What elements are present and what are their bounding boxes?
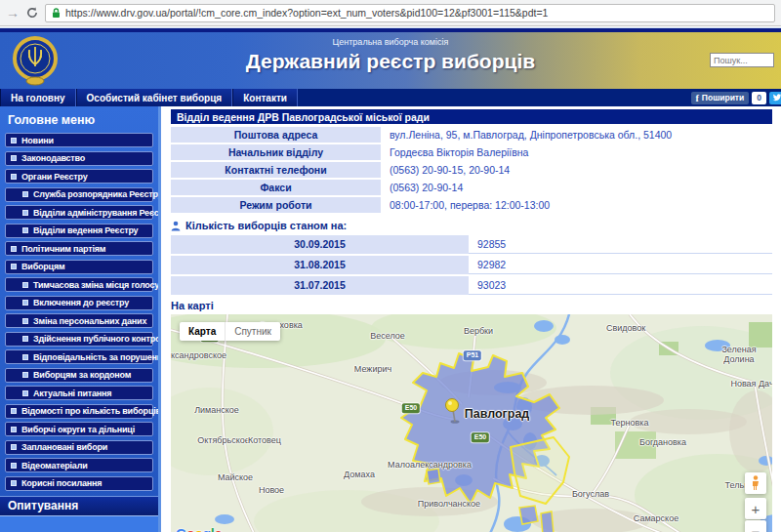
bullet-square-icon bbox=[22, 390, 28, 396]
detail-value: вул.Леніна, 95, м.Павлоград, Дніпропетро… bbox=[381, 127, 772, 143]
table-row: Начальник відділу Гордеєва Вікторія Вале… bbox=[171, 144, 772, 160]
sidebar-menu-item[interactable]: Актуальні питання bbox=[5, 386, 153, 400]
browser-toolbar: → https://www.drv.gov.ua/portal/!cm_core… bbox=[0, 0, 781, 26]
sidebar-menu: Новини Законодавство Органи Реєстру Служ… bbox=[0, 133, 158, 491]
bullet-square-icon bbox=[11, 463, 17, 469]
main-content: Відділ ведення ДРВ Павлоградської місько… bbox=[164, 106, 781, 532]
facebook-share-button[interactable]: f Поширити bbox=[691, 92, 750, 104]
poll-section-header: Опитування bbox=[0, 496, 158, 515]
table-row: 31.07.2015 93023 bbox=[171, 276, 772, 295]
zoom-in-button[interactable]: + bbox=[745, 498, 766, 519]
sidebar-menu-item[interactable]: Виборчі округи та дільниці bbox=[5, 422, 153, 436]
road-badge: Е50 bbox=[472, 432, 489, 442]
pegman-icon bbox=[751, 475, 760, 491]
detail-label: Поштова адреса bbox=[171, 127, 381, 143]
twitter-share-button[interactable] bbox=[769, 92, 781, 104]
table-row: Режим роботи 08:00-17:00, перерва: 12:00… bbox=[171, 197, 772, 213]
road-badge: Р51 bbox=[464, 350, 481, 360]
bullet-square-icon bbox=[22, 300, 28, 306]
voter-count: 92855 bbox=[469, 235, 772, 254]
detail-label: Факси bbox=[171, 180, 381, 195]
nav-contacts-button[interactable]: Контакти bbox=[232, 89, 298, 106]
voter-count: 92982 bbox=[469, 256, 772, 274]
sidebar-menu-item[interactable]: Відповідальність за порушення bbox=[5, 349, 153, 364]
share-label: Поширити bbox=[702, 93, 744, 102]
sidebar-menu-item[interactable]: Служба розпорядника Реєстру bbox=[5, 187, 153, 202]
satellite-view-button[interactable]: Спутник bbox=[225, 322, 280, 341]
sidebar-menu-item[interactable]: Законодавство bbox=[5, 151, 153, 166]
sidebar-menu-item[interactable]: Відділи ведення Реєстру bbox=[5, 224, 153, 238]
forward-icon[interactable]: → bbox=[6, 6, 20, 20]
sidebar-menu-item[interactable]: Виборцям за кордоном bbox=[5, 368, 153, 383]
nav-cabinet-button[interactable]: Особистий кабінет виборця bbox=[76, 89, 233, 106]
sidebar-menu-item[interactable]: Органи Реєстру bbox=[5, 169, 153, 184]
sidebar-menu-item[interactable]: Здійснення публічного контролю bbox=[5, 332, 153, 347]
main-navbar: На головну Особистий кабінет виборця Кон… bbox=[0, 89, 781, 106]
detail-value: (0563) 20-90-15, 20-90-14 bbox=[381, 162, 772, 178]
detail-label: Контактні телефони bbox=[171, 162, 381, 178]
sidebar-menu-item[interactable]: Виборцям bbox=[5, 260, 153, 274]
detail-label: Режим роботи bbox=[171, 197, 381, 213]
bullet-square-icon bbox=[22, 336, 28, 342]
sidebar-menu-item[interactable]: Політичним партіям bbox=[5, 241, 153, 256]
zoom-out-button[interactable]: − bbox=[745, 520, 766, 532]
sidebar-menu-item[interactable]: Заплановані вибори bbox=[5, 440, 153, 455]
voter-date: 31.07.2015 bbox=[171, 276, 469, 295]
sidebar-menu-item[interactable]: Тимчасова зміна місця голосування bbox=[5, 277, 153, 292]
bullet-square-icon bbox=[11, 246, 17, 252]
sidebar-menu-item[interactable]: Відомості про кількість виборців bbox=[5, 404, 153, 419]
sidebar-menu-item[interactable]: Новини bbox=[5, 133, 153, 147]
table-row: 31.08.2015 92982 bbox=[171, 256, 772, 274]
agency-name: Центральна виборча комісія bbox=[156, 37, 625, 47]
google-logo[interactable]: Google bbox=[176, 526, 222, 532]
sidebar-menu-item[interactable]: Зміна персональних даних bbox=[5, 313, 153, 328]
sidebar-menu-item[interactable]: Корисні посилання bbox=[5, 476, 153, 491]
twitter-bird-icon bbox=[772, 93, 781, 102]
table-row: Поштова адреса вул.Леніна, 95, м.Павлогр… bbox=[171, 127, 772, 143]
map-type-control: Карта Спутник bbox=[180, 322, 280, 341]
sidebar-menu-item[interactable]: Відділи адміністрування Реєстру bbox=[5, 205, 153, 220]
bullet-square-icon bbox=[22, 354, 28, 360]
bullet-square-icon bbox=[11, 174, 17, 180]
detail-label: Начальник відділу bbox=[171, 144, 381, 160]
site-title: Державний реєстр виборців bbox=[156, 50, 625, 73]
sidebar-title: Головне меню bbox=[0, 106, 158, 133]
detail-value: 08:00-17:00, перерва: 12:00-13:00 bbox=[381, 197, 772, 213]
bullet-square-icon bbox=[11, 427, 17, 432]
table-row: Контактні телефони (0563) 20-90-15, 20-9… bbox=[171, 162, 772, 178]
url-text: https://www.drv.gov.ua/portal/!cm_core.c… bbox=[65, 7, 548, 19]
bullet-square-icon bbox=[22, 210, 28, 216]
bullet-square-icon bbox=[11, 138, 17, 143]
bullet-square-icon bbox=[22, 318, 28, 324]
pegman-control[interactable] bbox=[745, 472, 766, 494]
cvk-emblem-logo bbox=[12, 35, 59, 91]
bullet-square-icon bbox=[11, 155, 17, 161]
road-badge: Е50 bbox=[402, 403, 420, 413]
voter-count: 93023 bbox=[469, 276, 772, 295]
map-canvas bbox=[171, 314, 772, 532]
detail-value: (0563) 20-90-14 bbox=[381, 180, 772, 195]
padlock-icon bbox=[52, 8, 61, 19]
voters-heading: Кількість виборців станом на: bbox=[171, 220, 772, 231]
bullet-square-icon bbox=[22, 191, 28, 197]
bullet-square-icon bbox=[11, 480, 17, 486]
sidebar-menu-item[interactable]: Відеоматеріали bbox=[5, 458, 153, 472]
office-details-table: Поштова адреса вул.Леніна, 95, м.Павлогр… bbox=[171, 127, 772, 213]
table-row: Факси (0563) 20-90-14 bbox=[171, 180, 772, 195]
map-view-button[interactable]: Карта bbox=[180, 322, 225, 341]
bullet-square-icon bbox=[11, 408, 17, 414]
map-heading: На карті bbox=[171, 300, 772, 311]
address-bar[interactable]: https://www.drv.gov.ua/portal/!cm_core.c… bbox=[45, 4, 775, 22]
detail-value: Гордеєва Вікторія Валеріївна bbox=[381, 144, 772, 160]
share-count-badge: 0 bbox=[752, 92, 766, 104]
bullet-square-icon bbox=[11, 264, 17, 269]
sidebar-menu-item[interactable]: Включення до реєстру bbox=[5, 296, 153, 310]
voter-date: 31.08.2015 bbox=[171, 256, 469, 274]
poll-section-body bbox=[0, 515, 158, 532]
reload-icon[interactable] bbox=[26, 7, 38, 19]
facebook-icon: f bbox=[696, 93, 699, 103]
nav-home-button[interactable]: На головну bbox=[0, 89, 76, 106]
google-map[interactable]: Е50Е50Е50Р51 БулаховкаВеселоеВербкиСвидо… bbox=[171, 314, 772, 532]
person-icon bbox=[171, 221, 181, 231]
search-input[interactable] bbox=[710, 53, 774, 67]
